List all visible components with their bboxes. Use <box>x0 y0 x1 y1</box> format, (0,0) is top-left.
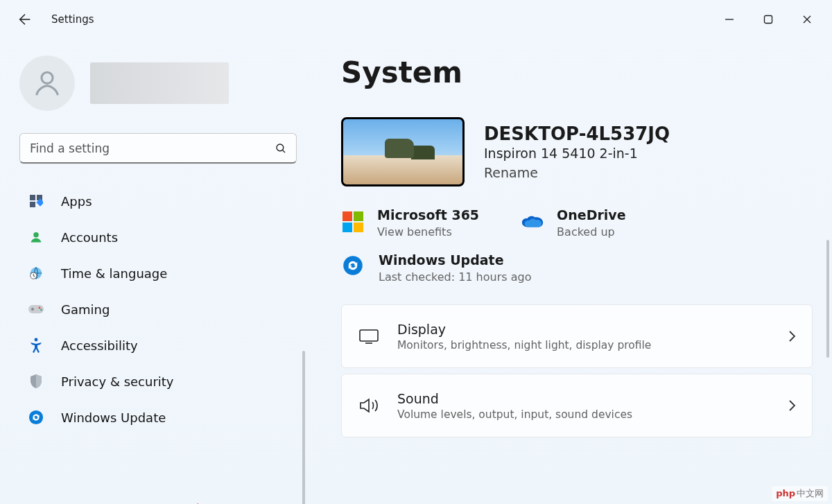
sidebar-item-label: Apps <box>61 194 92 209</box>
device-block: DESKTOP-4L537JQ Inspiron 14 5410 2-in-1 … <box>341 117 815 186</box>
window-controls <box>710 6 826 33</box>
username-placeholder <box>90 62 229 104</box>
profile-block[interactable] <box>19 55 297 111</box>
arrow-left-icon <box>17 12 33 27</box>
setting-title: Sound <box>397 391 632 406</box>
setting-row-sound[interactable]: Sound Volume levels, output, input, soun… <box>341 374 813 437</box>
svg-point-7 <box>33 232 39 238</box>
svg-rect-0 <box>765 16 772 24</box>
apps-icon <box>28 193 44 209</box>
device-name: DESKTOP-4L537JQ <box>484 123 670 144</box>
tile-title: Windows Update <box>379 252 531 268</box>
sidebar-item-privacy[interactable]: Privacy & security <box>19 365 297 398</box>
main-scrollbar[interactable] <box>826 240 829 358</box>
maximize-button[interactable] <box>749 6 788 33</box>
title-bar: Settings <box>0 0 832 39</box>
minimize-icon <box>725 15 734 24</box>
sidebar-item-label: Accessibility <box>61 338 138 353</box>
tile-onedrive[interactable]: OneDrive Backed up <box>521 207 626 238</box>
tile-windows-update[interactable]: Windows Update Last checked: 11 hours ag… <box>341 252 815 284</box>
device-model: Inspiron 14 5410 2-in-1 <box>484 146 670 161</box>
close-icon <box>802 15 812 24</box>
svg-point-15 <box>29 410 43 424</box>
sidebar: Apps Accounts Time & language Gaming <box>0 39 305 504</box>
setting-subtitle: Monitors, brightness, night light, displ… <box>397 339 651 351</box>
microsoft-logo-icon <box>341 210 365 234</box>
tile-title: Microsoft 365 <box>377 207 479 223</box>
tile-subtitle: Last checked: 11 hours ago <box>379 270 531 284</box>
chevron-right-icon <box>787 329 797 343</box>
tile-microsoft-365[interactable]: Microsoft 365 View benefits <box>341 207 479 238</box>
device-thumbnail <box>341 117 465 186</box>
sidebar-item-windows-update[interactable]: Windows Update <box>19 401 297 434</box>
main-content: System DESKTOP-4L537JQ Inspiron 14 5410 … <box>305 39 832 504</box>
tile-subtitle: View benefits <box>377 225 479 238</box>
setting-row-display[interactable]: Display Monitors, brightness, night ligh… <box>341 304 813 368</box>
sidebar-item-accounts[interactable]: Accounts <box>19 220 297 254</box>
svg-rect-21 <box>360 330 378 341</box>
svg-point-13 <box>40 309 42 311</box>
sidebar-item-time-language[interactable]: Time & language <box>19 257 297 290</box>
avatar <box>19 55 75 111</box>
sidebar-item-label: Windows Update <box>61 410 166 425</box>
sidebar-item-accessibility[interactable]: Accessibility <box>19 329 297 362</box>
accessibility-icon <box>28 337 44 354</box>
sound-icon <box>357 394 381 417</box>
svg-point-12 <box>39 307 41 309</box>
sidebar-item-label: Gaming <box>61 302 110 317</box>
time-language-icon <box>28 265 44 281</box>
rename-link[interactable]: Rename <box>484 165 670 180</box>
svg-point-14 <box>35 338 38 342</box>
display-icon <box>357 324 381 348</box>
chevron-right-icon <box>787 399 797 412</box>
sidebar-item-label: Time & language <box>61 266 167 281</box>
svg-point-20 <box>343 256 363 275</box>
close-button[interactable] <box>788 6 826 33</box>
onedrive-icon <box>521 210 544 234</box>
gaming-icon <box>28 301 44 318</box>
person-icon <box>31 67 63 99</box>
sidebar-item-gaming[interactable]: Gaming <box>19 293 297 326</box>
accounts-icon <box>28 229 44 245</box>
setting-subtitle: Volume levels, output, input, sound devi… <box>397 408 632 421</box>
tile-subtitle: Backed up <box>557 225 626 238</box>
window-title: Settings <box>51 13 94 26</box>
page-title: System <box>341 55 815 89</box>
svg-rect-3 <box>30 195 35 200</box>
sidebar-item-label: Accounts <box>61 230 118 245</box>
sidebar-item-apps[interactable]: Apps <box>19 184 297 218</box>
tile-title: OneDrive <box>557 207 626 223</box>
svg-point-2 <box>277 144 284 151</box>
svg-point-11 <box>31 308 34 311</box>
watermark: php中文网 <box>772 486 828 501</box>
back-button[interactable] <box>11 6 39 33</box>
setting-title: Display <box>397 322 651 337</box>
svg-rect-18 <box>343 223 352 232</box>
minimize-button[interactable] <box>710 6 749 33</box>
nav-list: Apps Accounts Time & language Gaming <box>19 184 297 434</box>
search-wrap <box>19 133 297 164</box>
windows-update-icon <box>28 409 44 426</box>
sidebar-item-label: Privacy & security <box>61 374 174 389</box>
svg-point-1 <box>42 72 53 83</box>
svg-rect-5 <box>30 202 35 207</box>
sync-icon <box>341 254 365 277</box>
svg-rect-17 <box>354 211 363 221</box>
search-icon <box>275 142 287 155</box>
svg-rect-19 <box>354 223 363 232</box>
shield-icon <box>28 373 44 390</box>
search-input[interactable] <box>19 133 297 164</box>
svg-rect-16 <box>343 211 352 221</box>
maximize-icon <box>763 15 773 24</box>
